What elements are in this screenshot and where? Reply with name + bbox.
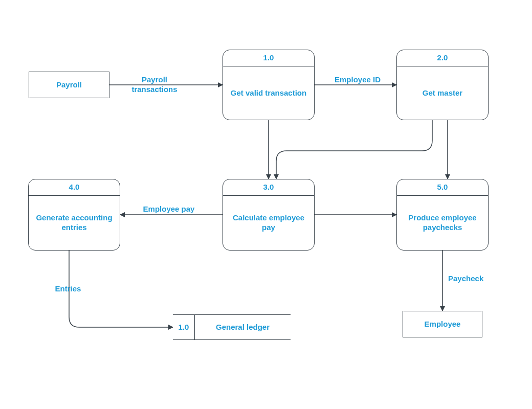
process-3: 3.0 Calculate employee pay [223,179,315,251]
entity-employee-label: Employee [425,320,461,329]
dfd-canvas: Payroll 1.0 Get valid transaction 2.0 Ge… [0,0,532,409]
process-2-name: Get master [397,66,488,120]
process-3-id: 3.0 [223,179,314,196]
process-4-name: Generate accounting entries [29,196,120,250]
process-1: 1.0 Get valid transaction [223,50,315,120]
process-3-name: Calculate employee pay [223,196,314,250]
entity-payroll-label: Payroll [56,80,82,90]
flow-payroll-transactions: Payroll transactions [126,75,183,95]
process-2: 2.0 Get master [396,50,489,120]
entity-employee: Employee [403,311,482,337]
process-4: 4.0 Generate accounting entries [28,179,120,251]
flow-employee-id: Employee ID [329,75,386,85]
process-5-id: 5.0 [397,179,488,196]
process-1-name: Get valid transaction [223,66,314,120]
flow-entries: Entries [45,284,91,294]
flow-paycheck: Paycheck [448,274,494,284]
datastore-gl-id: 1.0 [173,315,195,339]
process-5: 5.0 Produce employee paychecks [396,179,489,251]
flow-employee-pay: Employee pay [141,204,197,214]
process-4-id: 4.0 [29,179,120,196]
datastore-general-ledger: 1.0 General ledger [173,314,291,340]
process-5-name: Produce employee paychecks [397,196,488,250]
datastore-gl-name: General ledger [195,315,291,339]
entity-payroll: Payroll [29,72,109,98]
process-2-id: 2.0 [397,50,488,66]
process-1-id: 1.0 [223,50,314,66]
